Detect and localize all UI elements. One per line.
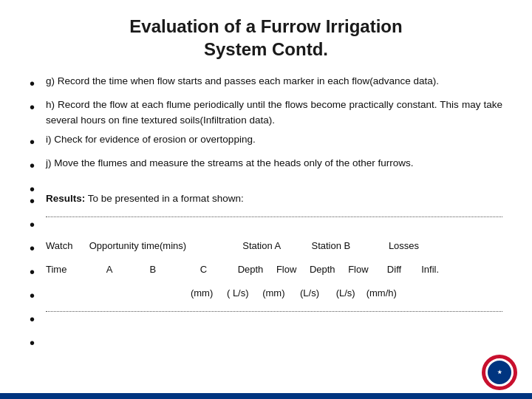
bullet-dotted1: • — [30, 215, 502, 234]
bullet-j: • j) Move the flumes and measure the str… — [30, 156, 502, 175]
col-depth-b-label: Depth — [306, 262, 339, 277]
table-section: • Watch Opportunity time(mins) Station A… — [30, 239, 502, 341]
title-line1: Evaluation of a Furrow Irrigation — [30, 15, 502, 38]
bottom-bar — [0, 393, 532, 399]
bullet-empty-last: • — [30, 333, 502, 341]
table-header-row1-bullet: • Watch Opportunity time(mins) Station A… — [30, 239, 502, 258]
dotted-line-2 — [46, 310, 502, 313]
page: { "title": { "line1": "Evaluation of a F… — [0, 0, 532, 399]
logo: ★ — [482, 355, 517, 390]
table-header-row1: Watch Opportunity time(mins) Station A S… — [46, 239, 502, 253]
col-time-label: Time — [46, 262, 86, 277]
bullet-results: • Results: To be presented in a format s… — [30, 191, 502, 211]
bullet-dot-last: • — [30, 333, 46, 352]
col-losses-label: Losses — [367, 239, 441, 253]
logo-inner: ★ — [485, 358, 514, 386]
col-b-label: B — [132, 262, 173, 277]
col-infil-label: Infil. — [414, 262, 447, 277]
bullet-dot-th3: • — [30, 286, 46, 305]
bullet-dot-th2: • — [30, 262, 46, 282]
col-ls-d: (L/s) — [329, 286, 362, 301]
title-line2: System Contd. — [30, 38, 502, 61]
empty-bullet-1: • — [30, 180, 502, 187]
col-mm-i: (mm/h) — [365, 286, 398, 301]
col-a-label: A — [89, 262, 130, 277]
bullet-dotted2: • — [30, 310, 502, 329]
bullet-h: • h) Record the flow at each flume perio… — [30, 98, 502, 128]
col-ls-b: (L/s) — [293, 286, 327, 301]
content-area: • g) Record the time when flow starts an… — [30, 74, 502, 341]
logo-circle: ★ — [482, 355, 517, 390]
col-ls-a: ( L/s) — [221, 286, 254, 301]
col-flow-b-label: Flow — [341, 262, 375, 277]
bullet-text-results: Results: To be presented in a format sho… — [46, 191, 502, 206]
bullet-dot-d1: • — [30, 215, 46, 234]
bullet-dot-g: • — [30, 74, 46, 93]
bullet-dot-i: • — [30, 132, 46, 151]
col-sta-label: Station A — [228, 239, 295, 253]
bullet-dot-d2: • — [30, 310, 46, 329]
bullet-text-j: j) Move the flumes and measure the strea… — [46, 156, 502, 171]
results-label: Results: — [46, 193, 85, 204]
bullet-dot-results: • — [30, 191, 46, 211]
col-flow-a-label: Flow — [270, 262, 303, 277]
col-c-label: C — [176, 262, 231, 277]
page-title: Evaluation of a Furrow Irrigation System… — [30, 15, 502, 61]
bullet-g: • g) Record the time when flow starts an… — [30, 74, 502, 93]
bullet-i: • i) Check for evidence of erosion or ov… — [30, 132, 502, 151]
bullet-text-h: h) Record the flow at each flume periodi… — [46, 98, 502, 128]
col-depth-a-label: Depth — [234, 262, 267, 277]
table-header-row2: Time A B C Depth Flow Depth Flow Diff In… — [46, 262, 502, 277]
bullet-dot-j: • — [30, 156, 46, 175]
table-header-row2-bullet: • Time A B C Depth Flow Depth Flow Diff … — [30, 262, 502, 282]
bullet-dot-th1: • — [30, 239, 46, 258]
col-stb-label: Station B — [298, 239, 364, 253]
col-watch-label: Watch — [46, 239, 86, 253]
table-header-row3-bullet: • (mm) ( L/s) (mm) (L/s) (L/s) (mm/h) — [30, 286, 502, 305]
bullet-text-i: i) Check for evidence of erosion or over… — [46, 132, 502, 147]
col-mm-b: (mm) — [257, 286, 290, 301]
bullet-dot-h: • — [30, 98, 46, 117]
table-header-row3: (mm) ( L/s) (mm) (L/s) (L/s) (mm/h) — [46, 286, 502, 301]
col-mm-a: (mm) — [185, 286, 219, 301]
logo-text: ★ — [497, 369, 502, 375]
dotted-line-1 — [46, 215, 502, 219]
results-text: To be presented in a format shown: — [88, 193, 244, 204]
col-diff-label: Diff — [378, 262, 411, 277]
col-opp-label: Opportunity time(mins) — [89, 239, 226, 253]
bullet-text-g: g) Record the time when flow starts and … — [46, 74, 502, 89]
